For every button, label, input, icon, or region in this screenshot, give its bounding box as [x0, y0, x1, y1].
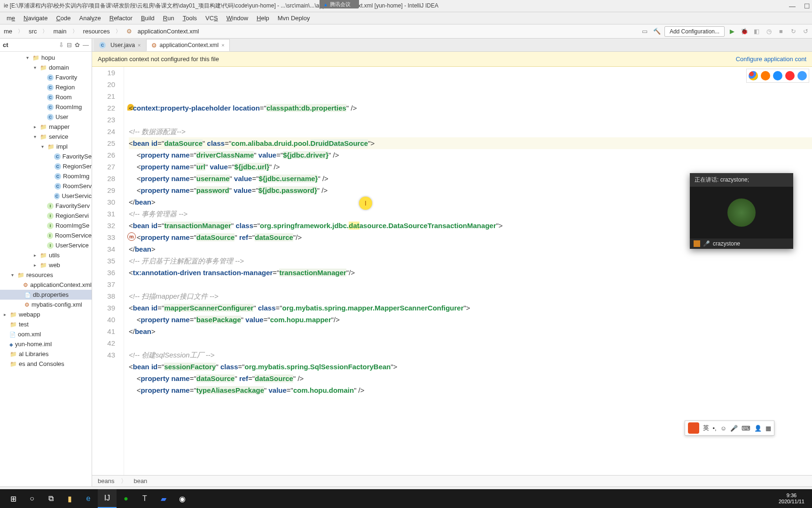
- tree-node-web[interactable]: ▸web: [0, 260, 92, 270]
- coverage-icon[interactable]: ◧: [752, 27, 761, 36]
- explorer-icon[interactable]: ▮: [60, 489, 79, 508]
- toggle-window-icon[interactable]: ▭: [640, 27, 649, 36]
- code-line-41[interactable]: <bean id="sessionFactory" class="org.myb…: [129, 361, 812, 373]
- code-line-24[interactable]: <property name="url" value="${jdbc.url}"…: [129, 161, 812, 173]
- tree-node-db-properties[interactable]: db.properties: [0, 290, 92, 300]
- tree-node-al-Libraries[interactable]: al Libraries: [0, 349, 92, 359]
- code-line-19[interactable]: <context:property-placeholder location="…: [129, 102, 812, 114]
- code-line-36[interactable]: <bean id="mapperScannerConfigurer" class…: [129, 302, 812, 314]
- windows-taskbar[interactable]: ⊞ ○ ⧉ ▮ e IJ ● T ▰ ◉ 9:36 2020/11/11: [0, 489, 812, 508]
- chrome-icon[interactable]: [749, 71, 758, 80]
- close-icon[interactable]: ×: [221, 42, 224, 48]
- line-number[interactable]: 43: [92, 349, 115, 361]
- line-number[interactable]: 20: [92, 79, 115, 90]
- line-number[interactable]: 24: [92, 126, 115, 137]
- line-number[interactable]: 29: [92, 184, 115, 196]
- line-number[interactable]: 38: [92, 290, 115, 302]
- ime-emoji-icon[interactable]: ☺: [720, 425, 726, 432]
- line-number[interactable]: 19: [92, 67, 115, 79]
- line-number[interactable]: 40: [92, 314, 115, 325]
- line-number[interactable]: 21: [92, 90, 115, 102]
- ime-lang[interactable]: 英: [703, 424, 709, 432]
- tree-node-UserServic[interactable]: CUserServic: [0, 191, 92, 201]
- tree-node-domain[interactable]: ▾domain: [0, 63, 92, 72]
- gutter[interactable]: 1920212223242526272829303132333435363738…: [92, 67, 124, 475]
- tree-node-utils[interactable]: ▸utils: [0, 250, 92, 260]
- tree-node-oom-xml[interactable]: oom.xml: [0, 329, 92, 339]
- close-icon[interactable]: ×: [138, 42, 141, 48]
- code-line-33[interactable]: <tx:annotation-driven transaction-manage…: [129, 267, 812, 278]
- crumb-bean[interactable]: bean: [133, 477, 147, 484]
- tree-node-yun-home-iml[interactable]: yun-home.iml: [0, 339, 92, 349]
- crumb-beans[interactable]: beans: [98, 477, 114, 484]
- minimize-icon[interactable]: ―: [789, 2, 796, 10]
- run-icon[interactable]: ▶: [727, 27, 737, 36]
- typora-icon[interactable]: T: [135, 489, 154, 508]
- tree-node-Region[interactable]: CRegion: [0, 82, 92, 92]
- line-number[interactable]: 23: [92, 114, 115, 126]
- menu-run[interactable]: Run: [159, 13, 178, 23]
- maximize-icon[interactable]: ☐: [804, 2, 810, 10]
- code-line-23[interactable]: <property name="driverClassName" value="…: [129, 149, 812, 161]
- tree-node-resources[interactable]: ▾resources: [0, 270, 92, 280]
- project-tree[interactable]: ▾hopu▾domainCFavorityCRegionCRoomCRoomIm…: [0, 52, 92, 486]
- line-number[interactable]: 32: [92, 220, 115, 231]
- tree-node-RegionServi[interactable]: IRegionServi: [0, 211, 92, 221]
- tencent-meeting-overlay[interactable]: 正在讲话: crazystone; 🎤 crazystone: [690, 173, 793, 249]
- task-view-icon[interactable]: ⧉: [41, 489, 60, 508]
- code-line-38[interactable]: </bean>: [129, 325, 812, 337]
- code-line-43[interactable]: <property name="typeAliasesPackage" valu…: [129, 384, 812, 396]
- code-line-39[interactable]: [129, 337, 812, 349]
- line-number[interactable]: 37: [92, 278, 115, 290]
- breadcrumb-me[interactable]: me: [2, 27, 14, 36]
- tree-node-RoomServ[interactable]: CRoomServ: [0, 181, 92, 191]
- tree-node-User[interactable]: CUser: [0, 112, 92, 122]
- safari-icon[interactable]: [773, 71, 782, 80]
- line-number[interactable]: 35: [92, 255, 115, 267]
- cortana-icon[interactable]: ○: [23, 489, 41, 508]
- sogou-logo-icon[interactable]: [688, 422, 699, 434]
- menu-vcs[interactable]: VCS: [202, 13, 222, 23]
- menu-me[interactable]: me: [3, 13, 19, 23]
- tree-node-RegionSer[interactable]: CRegionSer: [0, 161, 92, 171]
- code-line-37[interactable]: <property name="basePackage" value="com.…: [129, 314, 812, 325]
- add-configuration-button[interactable]: Add Configuration...: [664, 26, 725, 37]
- code-editor[interactable]: <context:property-placeholder location="…: [124, 67, 812, 475]
- firefox-icon[interactable]: [761, 71, 770, 80]
- tree-node-mybatis-config-xml[interactable]: mybatis-config.xml: [0, 300, 92, 310]
- hide-icon[interactable]: ―: [83, 41, 89, 48]
- tree-node-UserService[interactable]: IUserService: [0, 240, 92, 250]
- tree-node-hopu[interactable]: ▾hopu: [0, 53, 92, 63]
- code-line-20[interactable]: [129, 114, 812, 126]
- menu-tools[interactable]: Tools: [179, 13, 201, 23]
- ime-punct-icon[interactable]: •,: [713, 425, 717, 432]
- tree-node-applicationContext-xml[interactable]: applicationContext.xml: [0, 280, 92, 290]
- menu-code[interactable]: Code: [52, 13, 74, 23]
- debug-icon[interactable]: 🐞: [740, 27, 749, 36]
- build-icon[interactable]: 🔨: [652, 27, 662, 36]
- tree-node-RoomImgSe[interactable]: IRoomImgSe: [0, 221, 92, 230]
- jrebel-icon[interactable]: ↻: [789, 27, 798, 36]
- line-number[interactable]: 30: [92, 196, 115, 208]
- jrebel-debug-icon[interactable]: ↺: [801, 27, 810, 36]
- tree-node-service[interactable]: ▾service: [0, 132, 92, 142]
- line-number[interactable]: 27: [92, 161, 115, 173]
- tree-node-mapper[interactable]: ▸mapper: [0, 122, 92, 132]
- mic-icon[interactable]: 🎤: [703, 240, 710, 247]
- ime-grid-icon[interactable]: ▦: [765, 425, 771, 432]
- edge-icon[interactable]: e: [79, 489, 98, 508]
- line-number[interactable]: 39: [92, 302, 115, 314]
- project-header[interactable]: ct: [3, 41, 59, 48]
- profile-icon[interactable]: ◷: [764, 27, 773, 36]
- line-number[interactable]: 28: [92, 173, 115, 184]
- tree-node-test[interactable]: test: [0, 319, 92, 329]
- code-line-32[interactable]: <!-- 开启基于注解配置的事务管理 -->: [129, 255, 812, 267]
- start-button[interactable]: ⊞: [4, 489, 23, 508]
- breadcrumb-resources[interactable]: resources: [81, 27, 112, 36]
- tree-node-RoomImg[interactable]: CRoomImg: [0, 171, 92, 181]
- line-number[interactable]: 31: [92, 208, 115, 220]
- line-number[interactable]: 42: [92, 337, 115, 349]
- tencent-meeting-tag[interactable]: 腾讯会议: [320, 0, 359, 8]
- pin-icon[interactable]: [694, 240, 700, 247]
- select-view-icon[interactable]: ⇩: [59, 41, 64, 48]
